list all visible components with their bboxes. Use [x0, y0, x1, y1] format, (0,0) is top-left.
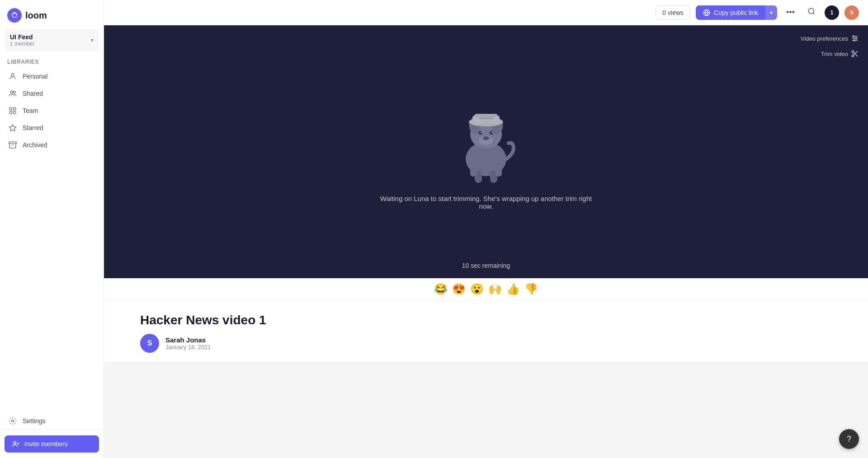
time-remaining: 10 sec remaining [462, 262, 510, 269]
workspace-members: 1 member [10, 41, 34, 47]
more-icon: ••• [786, 8, 795, 17]
sidebar-item-personal[interactable]: Personal [4, 68, 100, 85]
people-icon [8, 89, 17, 98]
reaction-thumbs-up[interactable]: 👍 [506, 283, 520, 295]
sidebar-nav: Personal Shared Team [0, 68, 104, 430]
svg-line-19 [813, 13, 814, 14]
video-preferences-label: Video preferences [801, 35, 848, 42]
workspace-name: UI Feed [10, 33, 34, 41]
sidebar-item-personal-label: Personal [23, 73, 47, 80]
scissors-icon [851, 50, 859, 58]
copy-link-group: Copy public link ▾ [696, 5, 777, 20]
svg-point-23 [853, 36, 854, 37]
search-icon [807, 7, 816, 15]
help-icon: ? [847, 435, 851, 444]
svg-rect-10 [9, 142, 17, 144]
person-icon [8, 72, 17, 81]
sidebar-item-settings-label: Settings [23, 417, 46, 425]
avatar-1-initial: 1 [830, 9, 834, 16]
author-details: Sarah Jonas January 18, 2021 [165, 336, 211, 351]
avatar-2-initial: S [850, 9, 854, 16]
sidebar-item-team[interactable]: Team [4, 102, 100, 119]
author-row: S Sarah Jonas January 18, 2021 [140, 334, 832, 353]
svg-point-1 [13, 14, 16, 17]
author-avatar: S [140, 334, 159, 353]
svg-point-27 [852, 55, 854, 57]
svg-point-36 [483, 136, 489, 140]
author-date: January 18, 2021 [165, 344, 211, 351]
topbar: 0 views Copy public link ▾ ••• [104, 0, 868, 25]
sidebar-item-shared[interactable]: Shared [4, 85, 100, 102]
reaction-raised-hands[interactable]: 🙌 [488, 283, 502, 295]
views-badge: 0 views [656, 5, 690, 20]
trim-video-button[interactable]: Trim video [821, 50, 859, 58]
globe-icon [703, 9, 710, 16]
logo-area: loom [0, 0, 104, 29]
star-icon [8, 123, 17, 132]
help-button[interactable]: ? [839, 429, 859, 449]
svg-point-13 [14, 441, 16, 444]
waiting-text: Waiting on Luna to start trimming. She's… [373, 195, 599, 210]
invite-icon [12, 440, 20, 448]
sidebar: loom UI Feed 1 member ▾ Libraries Person… [0, 0, 104, 458]
svg-rect-6 [14, 107, 16, 110]
svg-point-18 [808, 8, 814, 14]
svg-point-24 [856, 38, 857, 39]
svg-line-29 [856, 55, 858, 56]
sidebar-item-team-label: Team [23, 107, 38, 114]
sidebar-item-starred[interactable]: Starred [4, 119, 100, 136]
loom-logo-icon [7, 8, 22, 23]
author-name: Sarah Jonas [165, 336, 211, 344]
svg-point-25 [854, 40, 855, 41]
svg-rect-7 [9, 112, 12, 114]
svg-rect-44 [495, 166, 502, 177]
sidebar-footer: Invite members [0, 430, 104, 458]
chevron-down-icon: ▾ [770, 9, 773, 16]
svg-point-3 [10, 91, 13, 93]
reaction-wow[interactable]: 😮 [470, 283, 484, 295]
reaction-thumbs-down[interactable]: 👎 [524, 283, 538, 295]
workspace-selector[interactable]: UI Feed 1 member ▾ [5, 29, 99, 51]
sidebar-item-shared-label: Shared [23, 90, 43, 97]
svg-point-4 [14, 91, 16, 93]
chevron-down-icon: ▾ [91, 37, 94, 43]
sliders-icon [851, 34, 859, 42]
video-section: Video preferences Trim video [104, 25, 868, 278]
sidebar-item-archived-label: Archived [23, 141, 47, 149]
team-icon [8, 106, 17, 115]
svg-point-12 [12, 420, 14, 422]
main-content: 0 views Copy public link ▾ ••• [104, 0, 868, 458]
user-avatar-2[interactable]: S [844, 5, 859, 20]
more-options-button[interactable]: ••• [783, 6, 798, 19]
reaction-heart-eyes[interactable]: 😍 [452, 283, 466, 295]
video-info: Hacker News video 1 S Sarah Jonas Januar… [104, 300, 868, 362]
sidebar-item-archived[interactable]: Archived [4, 136, 100, 154]
svg-point-39 [481, 132, 482, 133]
author-initial: S [147, 339, 152, 347]
dog-illustration [450, 93, 522, 186]
invite-members-label: Invite members [24, 440, 68, 448]
settings-icon [8, 416, 17, 425]
invite-members-button[interactable]: Invite members [5, 435, 99, 453]
archive-icon [8, 140, 17, 150]
video-title: Hacker News video 1 [140, 313, 832, 327]
app-name: loom [25, 10, 47, 21]
svg-rect-43 [470, 166, 476, 177]
video-preferences-button[interactable]: Video preferences [801, 34, 859, 42]
svg-rect-5 [9, 107, 12, 110]
content-area: Video preferences Trim video [104, 25, 868, 458]
copy-public-link-button[interactable]: Copy public link [696, 5, 765, 20]
sidebar-item-starred-label: Starred [23, 124, 43, 131]
svg-point-40 [492, 132, 493, 133]
reaction-laughing[interactable]: 😂 [434, 283, 448, 295]
reaction-bar: 😂 😍 😮 🙌 👍 👎 [104, 278, 868, 300]
search-button[interactable] [804, 5, 819, 19]
sidebar-item-settings[interactable]: Settings [4, 412, 100, 430]
copy-link-dropdown-button[interactable]: ▾ [765, 5, 777, 20]
trim-video-label: Trim video [821, 51, 848, 57]
libraries-label: Libraries [0, 55, 104, 68]
svg-point-2 [11, 74, 14, 76]
copy-link-label: Copy public link [714, 9, 758, 16]
user-avatar-1[interactable]: 1 [825, 5, 839, 20]
svg-rect-47 [475, 114, 497, 117]
